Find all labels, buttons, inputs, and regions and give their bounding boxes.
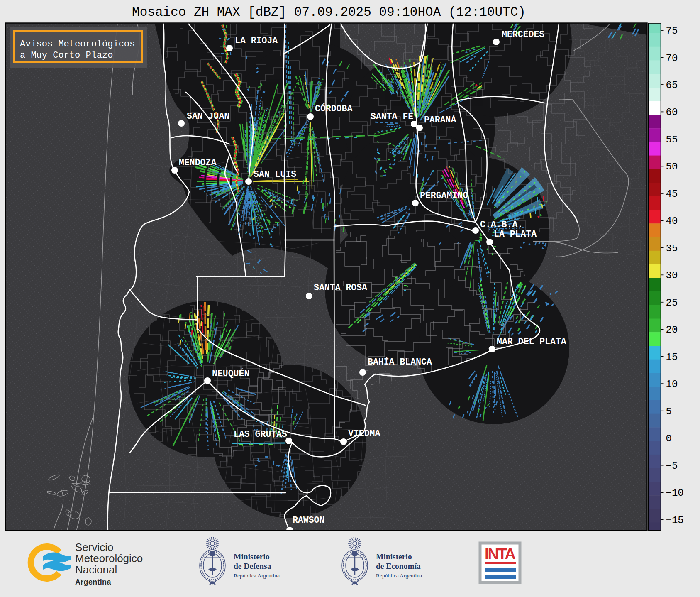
svg-text:Avisos Meteorológicos: Avisos Meteorológicos bbox=[20, 39, 135, 49]
svg-text:LA PLATA: LA PLATA bbox=[494, 229, 537, 239]
svg-text:10: 10 bbox=[666, 379, 678, 390]
svg-text:−15: −15 bbox=[666, 515, 684, 526]
svg-text:45: 45 bbox=[666, 188, 678, 200]
svg-text:40: 40 bbox=[666, 215, 678, 227]
svg-text:SANTA FE: SANTA FE bbox=[371, 112, 413, 122]
svg-text:CÓRDOBA: CÓRDOBA bbox=[315, 103, 352, 114]
svg-text:MENDOZA: MENDOZA bbox=[179, 158, 216, 168]
svg-text:SAN JUAN: SAN JUAN bbox=[187, 111, 229, 121]
svg-text:−10: −10 bbox=[666, 487, 684, 499]
svg-text:65: 65 bbox=[666, 80, 678, 91]
svg-text:5: 5 bbox=[666, 406, 672, 417]
svg-text:MERCEDES: MERCEDES bbox=[502, 29, 544, 39]
svg-text:PERGAMINO: PERGAMINO bbox=[420, 191, 468, 201]
svg-text:20: 20 bbox=[666, 324, 678, 335]
svg-text:15: 15 bbox=[666, 352, 678, 363]
svg-text:BAHÍA BLANCA: BAHÍA BLANCA bbox=[368, 357, 432, 367]
svg-text:0: 0 bbox=[666, 433, 672, 444]
svg-text:VIEDMA: VIEDMA bbox=[348, 428, 380, 438]
svg-text:35: 35 bbox=[666, 243, 678, 254]
svg-text:60: 60 bbox=[666, 107, 678, 118]
svg-text:50: 50 bbox=[666, 161, 678, 172]
svg-text:−5: −5 bbox=[666, 460, 678, 472]
svg-text:LAS GRUTAS: LAS GRUTAS bbox=[234, 429, 287, 439]
svg-text:25: 25 bbox=[666, 297, 678, 308]
svg-text:75: 75 bbox=[666, 25, 678, 37]
svg-text:SANTA ROSA: SANTA ROSA bbox=[314, 283, 367, 293]
svg-text:70: 70 bbox=[666, 53, 678, 64]
svg-text:PARANÁ: PARANÁ bbox=[424, 115, 456, 125]
svg-text:55: 55 bbox=[666, 134, 678, 145]
svg-text:C.A.B.A.: C.A.B.A. bbox=[480, 220, 523, 230]
svg-text:MAR DEL PLATA: MAR DEL PLATA bbox=[497, 337, 566, 347]
svg-text:30: 30 bbox=[666, 270, 678, 281]
svg-text:a Muy Corto Plazo: a Muy Corto Plazo bbox=[20, 50, 113, 61]
svg-text:NEUQUÉN: NEUQUÉN bbox=[212, 368, 249, 379]
svg-text:SAN LUIS: SAN LUIS bbox=[254, 169, 296, 179]
svg-text:RAWSON: RAWSON bbox=[293, 515, 324, 525]
svg-text:LA RIOJA: LA RIOJA bbox=[235, 36, 278, 46]
